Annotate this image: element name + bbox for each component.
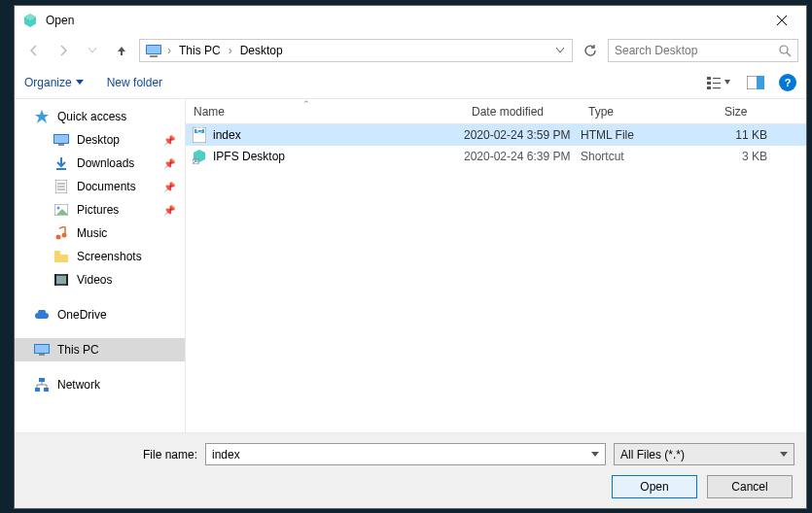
open-label: Open: [640, 480, 668, 494]
svg-line-6: [787, 52, 791, 56]
dialog-body: Quick access Desktop 📌 Downloads 📌 Docum…: [15, 99, 806, 432]
column-size[interactable]: Size: [717, 105, 806, 119]
svg-text:e: e: [196, 127, 203, 136]
forward-button[interactable]: [52, 39, 75, 62]
sidebar-item-documents[interactable]: Documents 📌: [15, 175, 185, 198]
view-button[interactable]: [705, 72, 732, 93]
search-box[interactable]: [608, 39, 798, 62]
organize-button[interactable]: Organize: [24, 76, 84, 89]
pin-icon: 📌: [163, 182, 175, 192]
file-name: index: [213, 128, 241, 142]
sidebar-item-label: Network: [57, 378, 100, 392]
sidebar-item-label: Pictures: [77, 203, 119, 217]
organize-label: Organize: [24, 76, 72, 89]
network-icon: [34, 377, 50, 393]
svg-rect-16: [757, 76, 764, 89]
sidebar-item-screenshots[interactable]: Screenshots: [15, 245, 185, 268]
column-type[interactable]: Type: [581, 105, 717, 119]
pin-icon: 📌: [163, 158, 175, 169]
sidebar-item-pictures[interactable]: Pictures 📌: [15, 198, 185, 222]
filter-label: All Files (*.*): [620, 448, 685, 462]
back-button[interactable]: [22, 39, 46, 62]
file-row[interactable]: IPFS Desktop 2020-02-24 6:39 PM Shortcut…: [186, 146, 806, 167]
sidebar-item-label: Desktop: [77, 133, 120, 147]
search-input[interactable]: [615, 44, 773, 57]
filename-combo[interactable]: [205, 443, 606, 465]
cancel-button[interactable]: Cancel: [707, 475, 793, 498]
toolbar: Organize New folder ?: [15, 66, 806, 99]
file-date: 2020-02-24 3:59 PM: [464, 128, 581, 142]
pc-icon: [144, 43, 163, 58]
sidebar-item-videos[interactable]: Videos: [15, 268, 185, 291]
preview-pane-button[interactable]: [742, 72, 769, 93]
file-row[interactable]: e index 2020-02-24 3:59 PM HTML File 11 …: [186, 124, 806, 146]
svg-rect-37: [35, 345, 49, 353]
sidebar-onedrive[interactable]: OneDrive: [15, 303, 185, 326]
refresh-button[interactable]: [579, 39, 602, 62]
file-type-filter[interactable]: All Files (*.*): [614, 443, 794, 465]
sidebar-item-label: Documents: [77, 180, 136, 193]
svg-rect-38: [39, 354, 45, 356]
sort-indicator-icon: ⌃: [302, 99, 310, 109]
cancel-label: Cancel: [731, 480, 767, 494]
svg-rect-4: [150, 55, 158, 57]
pin-icon: 📌: [163, 135, 175, 146]
breadcrumb-this-pc[interactable]: This PC: [175, 44, 225, 57]
svg-rect-39: [39, 378, 45, 382]
documents-icon: [53, 179, 69, 194]
star-icon: [34, 109, 50, 124]
desktop-icon: [53, 132, 69, 148]
column-date[interactable]: Date modified: [464, 105, 581, 119]
chevron-right-icon: ›: [227, 44, 234, 57]
filename-row: File name: All Files (*.*): [26, 443, 794, 465]
file-list: e index 2020-02-24 3:59 PM HTML File 11 …: [186, 124, 806, 432]
svg-rect-13: [713, 87, 721, 88]
svg-point-29: [56, 235, 61, 240]
app-icon: [22, 13, 38, 28]
breadcrumb-desktop[interactable]: Desktop: [236, 44, 287, 57]
address-bar[interactable]: › This PC › Desktop: [139, 39, 573, 62]
column-name[interactable]: Name: [186, 105, 464, 119]
shortcut-icon: [192, 149, 207, 164]
pin-icon: 📌: [163, 205, 175, 216]
svg-rect-35: [66, 274, 68, 286]
svg-marker-48: [780, 452, 788, 457]
svg-point-5: [780, 46, 788, 53]
file-pane: ⌃ Name Date modified Type Size e index 2…: [186, 99, 806, 432]
sidebar-network[interactable]: Network: [15, 373, 185, 396]
sidebar-this-pc[interactable]: This PC: [15, 338, 185, 361]
folder-icon: [53, 249, 69, 264]
file-size: 3 KB: [717, 150, 806, 163]
downloads-icon: [53, 155, 69, 171]
svg-rect-33: [56, 276, 66, 284]
recent-dropdown[interactable]: [81, 39, 104, 62]
window-title: Open: [46, 14, 759, 27]
help-button[interactable]: ?: [779, 74, 796, 91]
chevron-down-icon: [76, 80, 84, 85]
toolbar-right: ?: [705, 72, 796, 93]
button-row: Open Cancel: [26, 475, 794, 498]
svg-marker-7: [76, 80, 84, 85]
open-button[interactable]: Open: [612, 475, 697, 498]
svg-point-27: [57, 207, 60, 210]
filename-input[interactable]: [212, 448, 591, 462]
sidebar-item-downloads[interactable]: Downloads 📌: [15, 152, 185, 175]
column-headers: ⌃ Name Date modified Type Size: [186, 99, 806, 124]
up-button[interactable]: [110, 39, 133, 62]
close-button[interactable]: [759, 6, 804, 35]
sidebar-quick-access[interactable]: Quick access: [15, 105, 185, 128]
svg-marker-14: [724, 80, 730, 85]
svg-rect-12: [713, 83, 721, 84]
filename-label: File name:: [26, 448, 197, 462]
sidebar-item-music[interactable]: Music: [15, 222, 185, 245]
new-folder-button[interactable]: New folder: [107, 76, 162, 89]
file-size: 11 KB: [717, 128, 806, 142]
sidebar-item-label: This PC: [57, 343, 99, 357]
path-dropdown[interactable]: [552, 48, 568, 53]
sidebar-item-label: Screenshots: [77, 250, 142, 263]
pictures-icon: [53, 202, 69, 218]
html-file-icon: e: [192, 127, 207, 143]
sidebar-item-desktop[interactable]: Desktop 📌: [15, 128, 185, 152]
svg-rect-20: [58, 144, 64, 146]
file-date: 2020-02-24 6:39 PM: [464, 150, 581, 163]
